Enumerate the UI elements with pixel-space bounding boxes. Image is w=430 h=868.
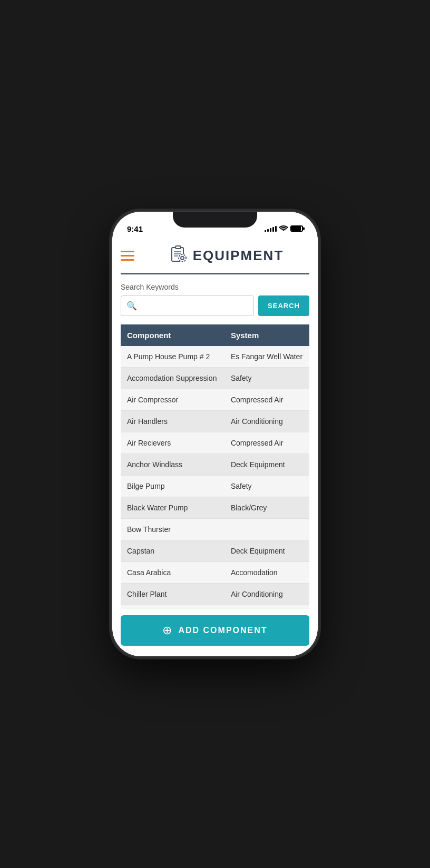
table-row[interactable]: Air Handlers Air Conditioning: [121, 411, 309, 432]
equipment-icon: [169, 244, 188, 267]
component-cell: Air Recievers: [121, 432, 224, 454]
notch: [173, 212, 257, 228]
table-row[interactable]: Chiller Plant Air Conditioning: [121, 584, 309, 605]
status-time: 9:41: [127, 224, 143, 233]
system-cell: Safety: [224, 368, 309, 389]
battery-icon: [290, 225, 303, 232]
table-row[interactable]: Davit Deck Equipment: [121, 605, 309, 609]
signal-icon: [265, 225, 277, 232]
screen: 9:41: [112, 212, 318, 656]
add-component-button[interactable]: ⊕ ADD COMPONENT: [121, 615, 309, 646]
phone-shell: 9:41: [112, 212, 318, 656]
system-cell: [224, 519, 309, 540]
search-section: Search Keywords 🔍 SEARCH: [112, 274, 318, 320]
header-title-area: EQUIPMENT: [143, 244, 309, 267]
component-cell: Bow Thurster: [121, 519, 224, 540]
search-icon: 🔍: [126, 301, 137, 311]
component-cell: Chiller Plant: [121, 584, 224, 605]
search-input[interactable]: [121, 296, 253, 315]
component-cell: Capstan: [121, 540, 224, 562]
wifi-icon: [279, 225, 288, 233]
system-cell: Compressed Air: [224, 389, 309, 411]
table-row[interactable]: Bilge Pump Safety: [121, 476, 309, 497]
table-row[interactable]: A Pump House Pump # 2 Es Fangar Well Wat…: [121, 346, 309, 368]
equipment-table-container[interactable]: Component System A Pump House Pump # 2 E…: [121, 324, 309, 609]
component-cell: Air Handlers: [121, 411, 224, 432]
search-input-wrapper: 🔍: [121, 295, 254, 316]
app-content: EQUIPMENT Search Keywords 🔍 SEARCH: [112, 238, 318, 656]
system-cell: Compressed Air: [224, 432, 309, 454]
svg-rect-1: [175, 246, 181, 249]
component-cell: A Pump House Pump # 2: [121, 346, 224, 368]
table-row[interactable]: Anchor Windlass Deck Equipment: [121, 454, 309, 476]
table-body: A Pump House Pump # 2 Es Fangar Well Wat…: [121, 346, 309, 609]
system-cell: Air Conditioning: [224, 584, 309, 605]
menu-button[interactable]: [121, 251, 134, 261]
table-row[interactable]: Bow Thurster: [121, 519, 309, 540]
add-button-label: ADD COMPONENT: [178, 626, 267, 635]
table-row[interactable]: Accomodation Suppression Safety: [121, 368, 309, 389]
component-cell: Black Water Pump: [121, 497, 224, 519]
table-row[interactable]: Black Water Pump Black/Grey: [121, 497, 309, 519]
equipment-table: Component System A Pump House Pump # 2 E…: [121, 324, 309, 609]
table-row[interactable]: Air Compressor Compressed Air: [121, 389, 309, 411]
col-header-system: System: [224, 324, 309, 346]
add-button-container: ⊕ ADD COMPONENT: [112, 609, 318, 656]
component-cell: Accomodation Suppression: [121, 368, 224, 389]
component-cell: Casa Arabica: [121, 562, 224, 584]
app-header: EQUIPMENT: [112, 238, 318, 267]
component-cell: Anchor Windlass: [121, 454, 224, 476]
system-cell: Deck Equipment: [224, 605, 309, 609]
col-header-component: Component: [121, 324, 224, 346]
system-cell: Safety: [224, 476, 309, 497]
table-row[interactable]: Casa Arabica Accomodation: [121, 562, 309, 584]
component-cell: Davit: [121, 605, 224, 609]
table-header: Component System: [121, 324, 309, 346]
search-row: 🔍 SEARCH: [121, 295, 309, 316]
system-cell: Air Conditioning: [224, 411, 309, 432]
component-cell: Bilge Pump: [121, 476, 224, 497]
table-row[interactable]: Capstan Deck Equipment: [121, 540, 309, 562]
search-button[interactable]: SEARCH: [258, 295, 309, 316]
component-cell: Air Compressor: [121, 389, 224, 411]
system-cell: Deck Equipment: [224, 540, 309, 562]
system-cell: Deck Equipment: [224, 454, 309, 476]
system-cell: Black/Grey: [224, 497, 309, 519]
system-cell: Es Fangar Well Water: [224, 346, 309, 368]
status-icons: [265, 225, 303, 233]
search-label: Search Keywords: [121, 283, 309, 291]
table-row[interactable]: Air Recievers Compressed Air: [121, 432, 309, 454]
page-title: EQUIPMENT: [193, 248, 284, 264]
plus-icon: ⊕: [162, 625, 173, 636]
system-cell: Accomodation: [224, 562, 309, 584]
